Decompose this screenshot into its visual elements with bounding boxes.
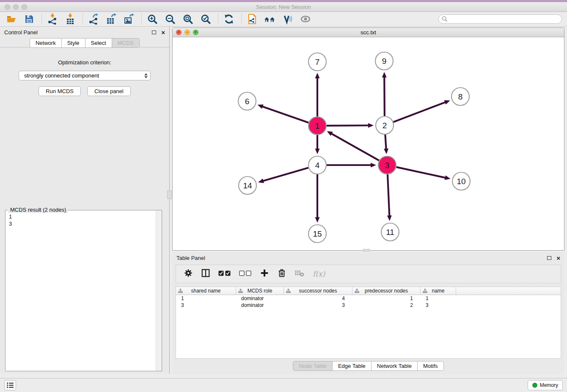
table-cell[interactable]: dominator [236, 295, 284, 301]
export-table-icon[interactable] [105, 13, 118, 25]
node-table: shared nameMCDS rolesuccessor nodesprede… [176, 287, 561, 359]
column-header-MCDS-role[interactable]: MCDS role [236, 287, 284, 295]
table-tab-motifs[interactable]: Motifs [417, 361, 444, 371]
column-header-name[interactable]: name [421, 287, 456, 295]
export-image-icon[interactable] [123, 13, 135, 25]
graph-node-6[interactable]: 6 [238, 92, 256, 110]
network-canvas[interactable]: 7968124314101511 [173, 37, 564, 250]
graph-node-1[interactable]: 1 [308, 117, 326, 135]
graph-node-4[interactable]: 4 [308, 156, 326, 174]
graph-edge-2-3[interactable] [384, 135, 388, 154]
function-builder-icon: f(x) [313, 270, 325, 278]
graph-edge-2-8[interactable] [394, 100, 450, 122]
graph-edge-3-10[interactable] [396, 167, 450, 180]
add-column-icon[interactable] [260, 268, 269, 279]
graph-edge-4-14[interactable] [258, 168, 308, 183]
graph-node-2[interactable]: 2 [376, 116, 394, 134]
table-row[interactable]: 1dominator411 [176, 295, 561, 302]
import-table-icon[interactable] [64, 13, 77, 25]
float-table-panel-icon[interactable] [547, 256, 551, 260]
svg-text:7: 7 [315, 58, 320, 66]
open-session-icon[interactable] [5, 13, 18, 25]
graph-node-14[interactable]: 14 [239, 177, 256, 194]
graph-edge-1-2[interactable] [327, 123, 374, 128]
table-row[interactable]: 3dominator323 [176, 302, 561, 309]
table-cell[interactable]: 3 [284, 302, 352, 308]
run-mcds-button[interactable]: Run MCDS [39, 86, 81, 96]
graph-node-3[interactable]: 3 [378, 156, 396, 174]
column-header-predecessor-nodes[interactable]: predecessor nodes [352, 287, 421, 295]
table-tab-node-table[interactable]: Node Table [293, 361, 333, 371]
float-panel-icon[interactable] [152, 30, 156, 34]
graph-edge-3-1[interactable] [327, 131, 379, 160]
import-network-icon[interactable] [46, 13, 59, 25]
column-hierarchy-icon [355, 289, 359, 293]
graph-edge-1-6[interactable] [258, 105, 309, 123]
search-input[interactable] [448, 15, 561, 23]
control-tab-mcds[interactable]: MCDS [112, 38, 140, 48]
graph-edge-4-15[interactable] [315, 174, 320, 223]
memory-status-icon [532, 383, 537, 388]
memory-label: Memory [540, 382, 558, 388]
result-scrollbar[interactable] [156, 210, 162, 371]
table-cell[interactable]: 1 [352, 295, 421, 301]
graph-node-11[interactable]: 11 [381, 223, 399, 241]
control-tab-select[interactable]: Select [85, 38, 112, 48]
delete-column-icon[interactable] [277, 268, 286, 279]
svg-text:9: 9 [382, 57, 387, 66]
graph-node-9[interactable]: 9 [375, 52, 393, 70]
graph-edge-1-7[interactable] [315, 73, 320, 116]
close-panel-button[interactable]: Close panel [87, 86, 131, 96]
table-cell[interactable]: 1 [421, 295, 456, 301]
close-panel-icon[interactable]: × [161, 29, 165, 36]
export-network-icon[interactable] [87, 13, 100, 25]
table-cell[interactable]: 3 [176, 302, 236, 308]
column-header-shared-name[interactable]: shared name [176, 287, 236, 295]
network-from-file-icon[interactable] [246, 13, 259, 25]
table-cell[interactable]: 1 [176, 295, 236, 301]
graph-edge-3-11[interactable] [387, 174, 392, 221]
show-hide-icon[interactable] [299, 13, 312, 25]
style-painter-icon[interactable] [281, 13, 294, 25]
graph-edge-4-3[interactable] [327, 163, 376, 168]
zoom-out-icon[interactable] [164, 13, 176, 25]
memory-button[interactable]: Memory [528, 380, 563, 390]
task-history-button[interactable] [4, 380, 16, 390]
graph-node-15[interactable]: 15 [308, 225, 326, 243]
graph-node-7[interactable]: 7 [308, 53, 326, 71]
table-panel-title: Table Panel [176, 255, 205, 261]
optimization-criterion-label: Optimization criterion: [0, 59, 169, 66]
graph-node-8[interactable]: 8 [451, 88, 469, 105]
graph-edge-2-9[interactable] [382, 72, 387, 116]
refresh-layout-icon[interactable] [223, 13, 235, 25]
save-session-icon[interactable] [23, 13, 36, 25]
vertical-splitter-handle[interactable] [167, 190, 172, 199]
zoom-in-icon[interactable] [146, 13, 159, 25]
table-cell[interactable]: dominator [236, 302, 284, 308]
table-cell[interactable]: 3 [421, 302, 456, 308]
graph-node-10[interactable]: 10 [452, 172, 470, 190]
close-table-panel-icon[interactable]: × [556, 255, 560, 261]
criterion-select[interactable]: strongly connected component [19, 71, 151, 80]
settings-gear-icon[interactable] [184, 268, 193, 279]
zoom-fit-icon[interactable] [182, 13, 194, 25]
graph-edge-1-4[interactable] [315, 135, 320, 154]
toolbar-separator [41, 14, 42, 25]
zoom-selected-icon[interactable] [199, 13, 212, 25]
table-cell[interactable]: 4 [284, 295, 352, 301]
table-cell[interactable]: 2 [352, 302, 421, 308]
select-all-checkboxes-icon[interactable] [218, 270, 231, 278]
select-stepper-icon [144, 73, 148, 78]
svg-text:14: 14 [243, 181, 252, 190]
svg-text:1: 1 [315, 121, 320, 130]
split-columns-icon[interactable] [201, 268, 210, 279]
control-tab-network[interactable]: Network [30, 38, 62, 48]
control-tab-style[interactable]: Style [61, 38, 85, 48]
column-header-successor-nodes[interactable]: successor nodes [284, 287, 352, 295]
deselect-checkboxes-icon[interactable] [239, 270, 252, 278]
table-tab-network-table[interactable]: Network Table [371, 361, 418, 371]
first-neighbors-icon[interactable] [264, 13, 276, 25]
horizontal-splitter-handle[interactable] [363, 249, 370, 251]
table-tab-edge-table[interactable]: Edge Table [332, 361, 372, 371]
network-window-titlebar[interactable]: × − + scc.txt [173, 28, 564, 37]
